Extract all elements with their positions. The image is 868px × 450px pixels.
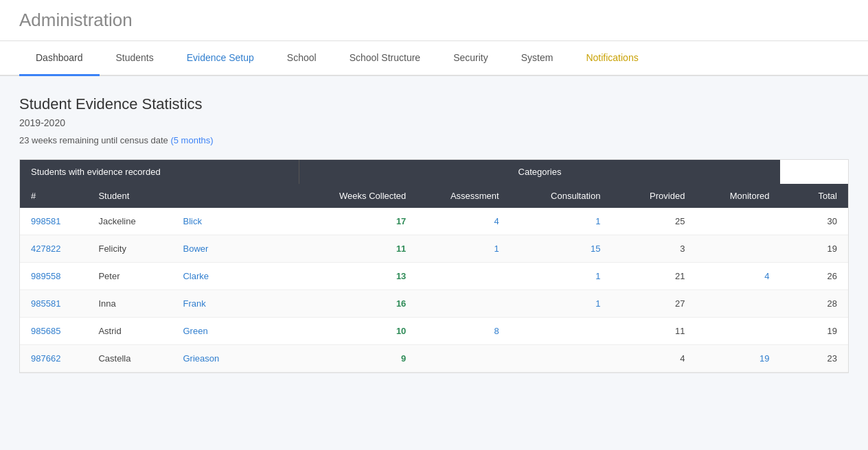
cell-assessment (417, 290, 510, 318)
cell-monitored: 4 (696, 263, 780, 290)
table-row: 427822FelicityBower11115319 (20, 235, 848, 263)
col-header-monitored: Monitored (696, 184, 780, 208)
cell-monitored (696, 208, 780, 235)
table-row: 985685AstridGreen1081119 (20, 318, 848, 345)
col-header-last (172, 184, 299, 208)
cell-first: Castella (87, 345, 172, 372)
cell-consultation (510, 345, 612, 372)
census-text: 23 weeks remaining until census date (19, 135, 168, 145)
col-header-provided: Provided (611, 184, 696, 208)
cell-weeks: 17 (299, 208, 417, 235)
tab-school[interactable]: School (271, 41, 333, 76)
main-content: Student Evidence Statistics 2019-2020 23… (0, 76, 868, 373)
cell-total: 19 (780, 318, 848, 345)
tab-students[interactable]: Students (100, 41, 170, 76)
statistics-table: Students with evidence recorded Categori… (20, 160, 848, 372)
cell-id[interactable]: 985685 (20, 318, 87, 345)
year-label: 2019-2020 (19, 117, 849, 128)
cell-assessment: 8 (417, 318, 510, 345)
cell-last[interactable]: Frank (172, 290, 299, 318)
table-row: 985581InnaFrank1612728 (20, 290, 848, 318)
cell-provided: 27 (611, 290, 696, 318)
cell-provided: 25 (611, 208, 696, 235)
cell-monitored (696, 318, 780, 345)
nav-tabs: Dashboard Students Evidence Setup School… (0, 41, 868, 76)
cell-consultation: 15 (510, 235, 612, 263)
cell-provided: 21 (611, 263, 696, 290)
col-header-id: # (20, 184, 87, 208)
cell-first: Astrid (87, 318, 172, 345)
col-header-assessment: Assessment (417, 184, 510, 208)
cell-provided: 3 (611, 235, 696, 263)
table-row: 987662CastellaGrieason941923 (20, 345, 848, 372)
cell-monitored: 19 (696, 345, 780, 372)
col-header-first: Student (87, 184, 172, 208)
census-months: (5 months) (170, 135, 213, 145)
col-header-total: Total (780, 184, 848, 208)
cell-weeks: 16 (299, 290, 417, 318)
cell-first: Inna (87, 290, 172, 318)
cell-monitored (696, 235, 780, 263)
cell-last[interactable]: Bower (172, 235, 299, 263)
cell-weeks: 10 (299, 318, 417, 345)
cell-consultation: 1 (510, 290, 612, 318)
tab-school-structure[interactable]: School Structure (333, 41, 437, 76)
table-row: 989558PeterClarke13121426 (20, 263, 848, 290)
section-title: Student Evidence Statistics (19, 95, 849, 113)
cell-total: 30 (780, 208, 848, 235)
cell-consultation: 1 (510, 263, 612, 290)
col-header-consultation: Consultation (510, 184, 612, 208)
cell-id[interactable]: 985581 (20, 290, 87, 318)
categories-header: Categories (299, 160, 780, 184)
table-row: 998581JackelineBlick17412530 (20, 208, 848, 235)
cell-last[interactable]: Blick (172, 208, 299, 235)
cell-provided: 4 (611, 345, 696, 372)
cell-id[interactable]: 998581 (20, 208, 87, 235)
data-table-container: Students with evidence recorded Categori… (19, 159, 849, 373)
tab-security[interactable]: Security (437, 41, 505, 76)
cell-weeks: 11 (299, 235, 417, 263)
tab-notifications[interactable]: Notifications (569, 41, 654, 76)
cell-total: 26 (780, 263, 848, 290)
cell-assessment (417, 263, 510, 290)
cell-assessment: 4 (417, 208, 510, 235)
cell-last[interactable]: Green (172, 318, 299, 345)
page-title: Administration (19, 10, 849, 31)
cell-last[interactable]: Clarke (172, 263, 299, 290)
section-header: Students with evidence recorded (20, 160, 299, 184)
cell-id[interactable]: 427822 (20, 235, 87, 263)
cell-first: Jackeline (87, 208, 172, 235)
cell-assessment (417, 345, 510, 372)
tab-system[interactable]: System (505, 41, 570, 76)
tab-dashboard[interactable]: Dashboard (19, 41, 100, 76)
cell-first: Felicity (87, 235, 172, 263)
cell-total: 28 (780, 290, 848, 318)
cell-total: 23 (780, 345, 848, 372)
cell-weeks: 9 (299, 345, 417, 372)
cell-id[interactable]: 989558 (20, 263, 87, 290)
col-header-weeks: Weeks Collected (299, 184, 417, 208)
census-notice: 23 weeks remaining until census date (5 … (19, 135, 849, 145)
cell-last[interactable]: Grieason (172, 345, 299, 372)
cell-consultation (510, 318, 612, 345)
cell-consultation: 1 (510, 208, 612, 235)
cell-first: Peter (87, 263, 172, 290)
tab-evidence-setup[interactable]: Evidence Setup (170, 41, 271, 76)
cell-assessment: 1 (417, 235, 510, 263)
cell-weeks: 13 (299, 263, 417, 290)
cell-provided: 11 (611, 318, 696, 345)
cell-monitored (696, 290, 780, 318)
cell-id[interactable]: 987662 (20, 345, 87, 372)
top-bar: Administration (0, 0, 868, 41)
cell-total: 19 (780, 235, 848, 263)
